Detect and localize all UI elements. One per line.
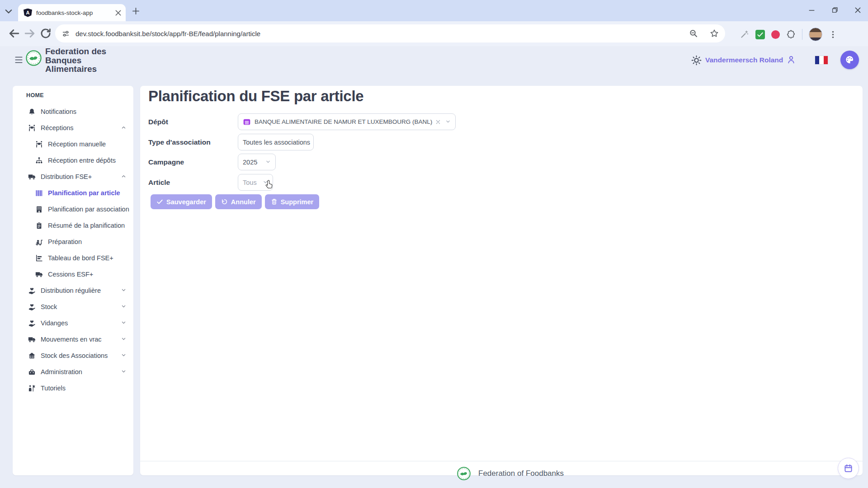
footer-text: Federation of Foodbanks [478,469,564,478]
footer-divider [140,461,863,461]
building-icon [35,206,43,213]
url-bar[interactable]: dev.stock.foodbanksit.be/stock/app/fr-BE… [55,24,725,42]
chevron-down-icon[interactable] [445,120,451,124]
browser-tab[interactable]: A foodbanks-stock-app [18,4,126,21]
chevron-down-icon[interactable] [121,370,126,374]
palette-button[interactable] [840,51,859,69]
depot-value: BANQUE ALIMENTAIRE DE NAMUR ET LUXEMBOUR… [255,118,432,125]
theme-toggle-sun-icon[interactable] [691,55,702,66]
tab-close-icon[interactable] [114,9,122,17]
wand-extension-icon[interactable] [740,30,749,39]
form-actions: Sauvegarder Annuler Supprimer [151,194,319,209]
toolbox-icon [28,368,36,376]
sidebar-item-distribution-fse[interactable]: Distribution FSE+ [13,169,133,184]
chevron-down-icon[interactable] [121,354,126,357]
chevron-up-icon[interactable] [121,175,126,178]
sidebar-item-preparation[interactable]: Préparation [13,234,133,249]
restore-button[interactable] [831,6,839,14]
truck-icon [28,336,36,343]
sidebar-item-distribution-reguliere[interactable]: Distribution régulière [13,283,133,298]
browser-toolbar: dev.stock.foodbanksit.be/stock/app/fr-BE… [0,21,868,46]
close-window-button[interactable] [854,6,862,14]
sidebar-item-notifications[interactable]: Notifications [13,104,133,119]
tutorial-icon [28,385,36,392]
extensions-area [740,28,837,41]
footer: Federation of Foodbanks [457,466,564,481]
browser-menu-icon[interactable] [829,30,837,39]
chevron-down-icon[interactable] [121,321,126,325]
article-value: Tous [243,179,257,186]
green-check-extension-icon[interactable] [755,30,765,39]
truck-icon [35,271,43,278]
sidebar-item-vidanges[interactable]: Vidanges [13,315,133,331]
depot-select[interactable]: BANQUE ALIMENTAIRE DE NAMUR ET LUXEMBOUR… [238,113,456,130]
hamburger-menu-icon[interactable] [14,56,24,64]
sidebar-item-tutoriels[interactable]: Tutoriels [13,380,133,396]
bookmark-star-icon[interactable] [710,29,719,38]
chevron-up-icon[interactable] [121,126,126,130]
page-title: Planification du FSE par article [148,88,363,105]
sidebar-item-planification-par-association[interactable]: Planification par association [13,202,133,217]
calendar-fab-button[interactable] [838,458,859,479]
sidebar-item-reception-manuelle[interactable]: Réception manuelle [13,136,133,152]
hand-heart-icon [28,303,36,311]
sidebar-item-cessions[interactable]: Cessions ESF+ [13,267,133,282]
article-label: Article [148,174,170,191]
association-type-select[interactable]: Toutes les associations [238,134,314,150]
new-tab-button[interactable] [132,7,140,15]
angular-favicon-icon: A [24,9,32,17]
hand-heart-icon [28,319,36,327]
cart-icon [35,238,43,246]
bell-icon [28,108,36,116]
extensions-puzzle-icon[interactable] [786,30,796,39]
sidebar-item-planification-par-article[interactable]: Planification par article [13,185,133,201]
hand-heart-icon [28,287,36,295]
chevron-down-icon[interactable] [265,160,271,164]
french-flag-icon[interactable] [815,56,828,64]
campaign-select[interactable]: 2025 [238,154,276,170]
zoom-icon[interactable] [689,29,698,38]
user-person-icon[interactable] [787,55,796,64]
sidebar-item-stock[interactable]: Stock [13,299,133,314]
main-content: Planification du FSE par article Dépôt B… [140,86,863,475]
clipboard-icon [35,222,43,230]
association-type-label: Type d'association [148,134,211,150]
article-select[interactable]: Tous [238,174,273,191]
chevron-down-icon[interactable] [263,181,268,184]
clear-icon[interactable] [435,119,441,125]
minimize-button[interactable] [808,6,816,14]
app-title: Federation des Banques Alimentaires [45,47,108,74]
sidebar-item-stock-des-associations[interactable]: Stock des Associations [13,348,133,363]
chart-icon [35,254,43,262]
depot-label: Dépôt [148,113,168,130]
sidebar: HOME Notifications Réceptions Réception … [13,86,133,475]
sidebar-item-receptions[interactable]: Réceptions [13,120,133,136]
warehouse-icon [243,118,251,126]
sidebar-section-home: HOME [26,92,44,99]
user-name[interactable]: Vandermeersch Roland [705,56,783,64]
forward-button[interactable] [24,27,36,40]
check-icon [156,198,163,205]
chevron-down-icon[interactable] [121,305,126,309]
red-dot-extension-icon[interactable] [771,30,780,39]
delete-button[interactable]: Supprimer [265,194,320,209]
cancel-button[interactable]: Annuler [215,194,262,209]
site-info-icon[interactable] [61,29,70,38]
url-text[interactable]: dev.stock.foodbanksit.be/stock/app/fr-BE… [75,30,689,38]
toolbar-separator [802,29,802,40]
profile-avatar[interactable] [809,28,822,41]
sidebar-item-reception-entre-depots[interactable]: Réception entre dépôts [13,153,133,168]
chevron-down-icon[interactable] [121,338,126,341]
truck-icon [28,173,36,181]
trash-icon [271,198,278,205]
reload-button[interactable] [39,27,52,40]
tab-search-icon[interactable] [4,6,14,16]
sidebar-item-resume-planification[interactable]: Résumé de la planification [13,218,133,233]
save-button[interactable]: Sauvegarder [151,194,212,209]
sidebar-item-tableau-de-bord[interactable]: Tableau de bord FSE+ [13,250,133,266]
back-button[interactable] [8,27,20,40]
sidebar-item-mouvements-en-vrac[interactable]: Mouvements en vrac [13,332,133,347]
people-carry-icon [28,124,36,132]
chevron-down-icon[interactable] [121,289,126,292]
sidebar-item-administration[interactable]: Administration [13,364,133,380]
